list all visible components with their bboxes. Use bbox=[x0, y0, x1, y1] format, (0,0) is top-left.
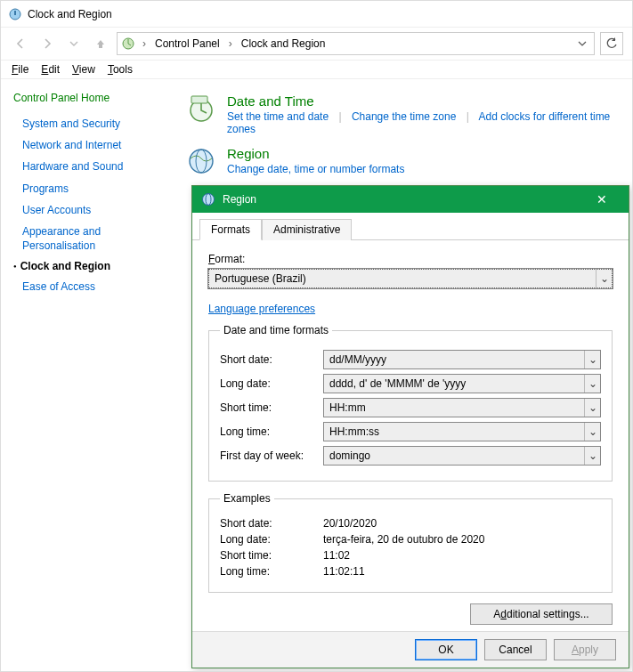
refresh-button[interactable] bbox=[600, 32, 623, 55]
long-date-combo[interactable]: dddd, d' de 'MMMM' de 'yyyy⌄ bbox=[323, 374, 601, 393]
applet-region-title[interactable]: Region bbox=[227, 146, 404, 161]
clock-icon bbox=[186, 93, 216, 124]
dialog-title: Region bbox=[223, 193, 256, 206]
breadcrumb-separator: › bbox=[141, 37, 148, 50]
format-label: Format: bbox=[208, 253, 613, 265]
ex-long-date-label: Long date: bbox=[220, 533, 323, 546]
address-history-dropdown[interactable] bbox=[574, 39, 590, 48]
sidebar-item-clock-region[interactable]: Clock and Region bbox=[22, 260, 166, 272]
chevron-down-icon: ⌄ bbox=[596, 270, 612, 287]
sidebar-item-user-accounts[interactable]: User Accounts bbox=[22, 203, 166, 217]
sidebar-item-system-security[interactable]: System and Security bbox=[22, 117, 166, 131]
chevron-down-icon: ⌄ bbox=[584, 375, 600, 393]
short-time-label: Short time: bbox=[220, 401, 323, 414]
group-examples-legend: Examples bbox=[220, 492, 274, 505]
first-day-combo[interactable]: domingo⌄ bbox=[323, 446, 601, 466]
region-dialog: Region ✕ Formats Administrative Format: … bbox=[191, 185, 629, 668]
tab-formats[interactable]: Formats bbox=[199, 219, 262, 240]
ex-short-date-value: 20/10/2020 bbox=[323, 517, 377, 530]
applet-date-time: Date and Time Set the time and date | Ch… bbox=[179, 90, 632, 142]
group-date-time-formats-legend: Date and time formats bbox=[220, 324, 332, 336]
breadcrumb-current[interactable]: Clock and Region bbox=[239, 37, 328, 50]
additional-settings-button[interactable]: Additional settings... bbox=[470, 603, 613, 625]
tab-strip: Formats Administrative bbox=[192, 213, 629, 240]
tab-content-formats: Format: Portuguese (Brazil) ⌄ Language p… bbox=[192, 240, 629, 631]
control-panel-icon bbox=[8, 7, 22, 21]
breadcrumb-separator: › bbox=[227, 37, 234, 50]
long-date-label: Long date: bbox=[220, 377, 323, 390]
up-button[interactable] bbox=[90, 33, 111, 54]
link-set-time-date[interactable]: Set the time and date bbox=[227, 110, 329, 123]
sidebar-item-appearance[interactable]: Appearance and Personalisation bbox=[22, 224, 166, 253]
apply-button[interactable]: Apply bbox=[554, 639, 616, 660]
menu-file[interactable]: File bbox=[12, 63, 28, 76]
menu-tools[interactable]: Tools bbox=[108, 63, 133, 76]
forward-button[interactable] bbox=[37, 33, 58, 54]
address-bar-row: › Control Panel › Clock and Region bbox=[1, 28, 632, 60]
link-change-formats[interactable]: Change date, time or number formats bbox=[227, 163, 404, 175]
group-examples: Examples Short date:20/10/2020 Long date… bbox=[208, 492, 613, 593]
menu-edit[interactable]: Edit bbox=[41, 63, 60, 76]
ex-long-date-value: terça-feira, 20 de outubro de 2020 bbox=[323, 533, 484, 546]
ex-long-time-label: Long time: bbox=[220, 565, 323, 578]
close-button[interactable]: ✕ bbox=[584, 192, 620, 206]
long-time-label: Long time: bbox=[220, 425, 323, 438]
breadcrumb-root[interactable]: Control Panel bbox=[153, 37, 222, 50]
sidebar-item-programs[interactable]: Programs bbox=[22, 182, 166, 196]
svg-point-7 bbox=[203, 194, 215, 206]
ex-short-date-label: Short date: bbox=[220, 517, 323, 530]
ex-long-time-value: 11:02:11 bbox=[323, 565, 365, 578]
svg-rect-1 bbox=[14, 11, 16, 15]
format-combo-value: Portuguese (Brazil) bbox=[215, 272, 596, 285]
back-button[interactable] bbox=[10, 33, 31, 54]
menu-bar: File Edit View Tools bbox=[1, 60, 632, 79]
chevron-down-icon: ⌄ bbox=[584, 351, 600, 368]
short-date-combo[interactable]: dd/MM/yyyy⌄ bbox=[323, 350, 601, 369]
chevron-down-icon: ⌄ bbox=[584, 447, 600, 465]
sidebar-item-hardware-sound[interactable]: Hardware and Sound bbox=[22, 159, 166, 174]
link-change-time-zone[interactable]: Change the time zone bbox=[352, 110, 456, 123]
menu-view[interactable]: View bbox=[72, 63, 95, 76]
short-time-combo[interactable]: HH:mm⌄ bbox=[323, 398, 601, 417]
language-preferences-link[interactable]: Language preferences bbox=[208, 303, 315, 315]
recent-locations-button[interactable] bbox=[63, 33, 85, 54]
ex-short-time-value: 11:02 bbox=[323, 549, 350, 562]
dialog-footer: OK Cancel Apply bbox=[192, 631, 629, 668]
first-day-label: First day of week: bbox=[220, 449, 323, 462]
window-titlebar: Clock and Region bbox=[1, 1, 632, 28]
globe-icon bbox=[186, 146, 216, 176]
format-combo[interactable]: Portuguese (Brazil) ⌄ bbox=[208, 269, 613, 288]
sidebar-home-link[interactable]: Control Panel Home bbox=[13, 92, 166, 104]
applet-region: Region Change date, time or number forma… bbox=[179, 142, 632, 183]
sidebar-item-network-internet[interactable]: Network and Internet bbox=[22, 138, 166, 152]
cancel-button[interactable]: Cancel bbox=[484, 639, 547, 660]
chevron-down-icon: ⌄ bbox=[584, 423, 600, 441]
dialog-titlebar[interactable]: Region ✕ bbox=[192, 186, 629, 213]
svg-rect-4 bbox=[191, 96, 207, 103]
short-date-label: Short date: bbox=[220, 353, 323, 366]
group-date-time-formats: Date and time formats Short date: dd/MM/… bbox=[208, 324, 613, 482]
applet-date-time-title[interactable]: Date and Time bbox=[227, 93, 621, 109]
chevron-down-icon: ⌄ bbox=[584, 399, 600, 417]
ex-short-time-label: Short time: bbox=[220, 549, 323, 562]
tab-administrative[interactable]: Administrative bbox=[262, 219, 352, 240]
control-panel-small-icon bbox=[121, 36, 135, 51]
globe-small-icon bbox=[201, 192, 215, 206]
ok-button[interactable]: OK bbox=[415, 639, 477, 660]
long-time-combo[interactable]: HH:mm:ss⌄ bbox=[323, 422, 601, 441]
svg-point-5 bbox=[190, 150, 213, 173]
window-title: Clock and Region bbox=[28, 8, 112, 20]
sidebar: Control Panel Home System and Security N… bbox=[1, 79, 179, 672]
sidebar-item-ease-of-access[interactable]: Ease of Access bbox=[22, 279, 166, 294]
address-bar[interactable]: › Control Panel › Clock and Region bbox=[117, 32, 595, 55]
